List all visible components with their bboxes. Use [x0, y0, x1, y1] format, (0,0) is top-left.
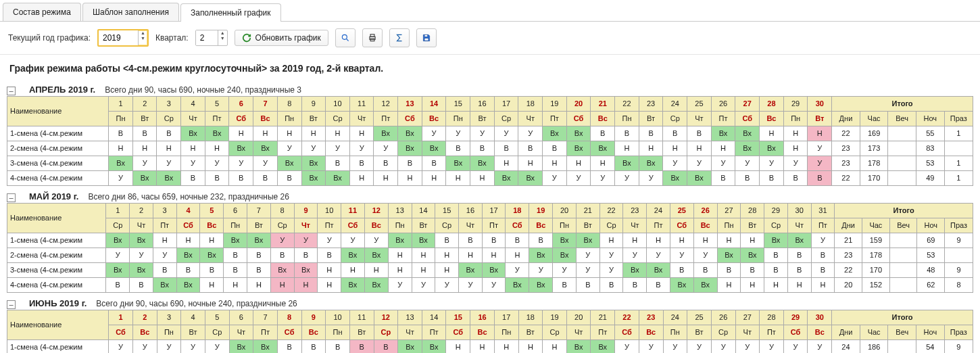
- day-cell[interactable]: В: [294, 248, 318, 263]
- day-cell[interactable]: Н: [663, 141, 687, 156]
- day-cell[interactable]: В: [518, 141, 543, 156]
- day-cell[interactable]: Вх: [341, 278, 364, 293]
- day-cell[interactable]: Н: [639, 141, 663, 156]
- day-cell[interactable]: У: [318, 233, 341, 248]
- day-cell[interactable]: Вх: [711, 126, 735, 141]
- day-cell[interactable]: Вх: [253, 340, 278, 354]
- day-cell[interactable]: У: [783, 156, 808, 171]
- day-cell[interactable]: У: [811, 233, 835, 248]
- day-cell[interactable]: Н: [446, 171, 470, 186]
- day-cell[interactable]: Н: [181, 141, 205, 156]
- day-cell[interactable]: Вх: [106, 263, 130, 278]
- day-cell[interactable]: Вх: [566, 141, 591, 156]
- day-cell[interactable]: В: [623, 278, 647, 293]
- day-cell[interactable]: Вх: [543, 126, 567, 141]
- day-cell[interactable]: В: [553, 278, 577, 293]
- day-cell[interactable]: Н: [687, 141, 712, 156]
- day-cell[interactable]: Вх: [247, 233, 271, 248]
- day-cell[interactable]: Вх: [130, 233, 153, 248]
- day-cell[interactable]: Н: [446, 340, 470, 354]
- day-cell[interactable]: Н: [270, 278, 294, 293]
- day-cell[interactable]: Вх: [787, 233, 811, 248]
- day-cell[interactable]: Вх: [576, 233, 599, 248]
- day-cell[interactable]: Вх: [553, 248, 577, 263]
- day-cell[interactable]: Н: [543, 340, 567, 354]
- day-cell[interactable]: Вх: [341, 248, 364, 263]
- day-cell[interactable]: В: [446, 141, 470, 156]
- day-cell[interactable]: В: [735, 171, 760, 186]
- day-cell[interactable]: Н: [388, 248, 412, 263]
- day-cell[interactable]: В: [576, 278, 599, 293]
- day-cell[interactable]: Вх: [741, 248, 764, 263]
- collapse-toggle[interactable]: [7, 193, 16, 202]
- day-cell[interactable]: У: [181, 156, 205, 171]
- day-cell[interactable]: В: [647, 278, 670, 293]
- print-button[interactable]: [362, 28, 383, 47]
- day-cell[interactable]: Н: [253, 126, 278, 141]
- day-cell[interactable]: У: [326, 141, 350, 156]
- day-cell[interactable]: Вх: [529, 248, 553, 263]
- day-cell[interactable]: Вх: [566, 126, 591, 141]
- day-cell[interactable]: Н: [318, 278, 341, 293]
- day-cell[interactable]: Н: [247, 278, 271, 293]
- day-cell[interactable]: Вх: [229, 340, 253, 354]
- day-cell[interactable]: Вх: [591, 340, 615, 354]
- day-cell[interactable]: У: [130, 248, 153, 263]
- day-cell[interactable]: Вх: [109, 156, 133, 171]
- day-cell[interactable]: Вх: [529, 278, 553, 293]
- day-cell[interactable]: У: [109, 171, 133, 186]
- day-cell[interactable]: У: [529, 263, 553, 278]
- day-cell[interactable]: В: [153, 263, 176, 278]
- day-cell[interactable]: Н: [591, 156, 615, 171]
- day-cell[interactable]: У: [181, 340, 205, 354]
- day-cell[interactable]: Н: [518, 156, 543, 171]
- day-cell[interactable]: У: [599, 248, 623, 263]
- day-cell[interactable]: У: [349, 141, 374, 156]
- day-cell[interactable]: Н: [364, 263, 388, 278]
- day-cell[interactable]: У: [663, 156, 687, 171]
- day-cell[interactable]: В: [181, 171, 205, 186]
- day-cell[interactable]: В: [470, 141, 495, 156]
- day-cell[interactable]: У: [663, 340, 687, 354]
- day-cell[interactable]: В: [591, 126, 615, 141]
- day-cell[interactable]: Н: [435, 263, 459, 278]
- quarter-spinner[interactable]: ▲▼: [195, 30, 228, 46]
- day-cell[interactable]: У: [735, 156, 760, 171]
- day-cell[interactable]: Н: [229, 126, 253, 141]
- day-cell[interactable]: Вх: [364, 248, 388, 263]
- day-cell[interactable]: Вх: [446, 156, 470, 171]
- day-cell[interactable]: Н: [615, 141, 639, 156]
- day-cell[interactable]: В: [670, 263, 693, 278]
- day-cell[interactable]: У: [599, 263, 623, 278]
- day-cell[interactable]: У: [639, 340, 663, 354]
- day-cell[interactable]: У: [615, 171, 639, 186]
- day-cell[interactable]: Н: [783, 141, 808, 156]
- day-cell[interactable]: У: [760, 156, 784, 171]
- day-cell[interactable]: У: [687, 156, 712, 171]
- day-cell[interactable]: Н: [200, 233, 224, 248]
- day-cell[interactable]: Вх: [518, 171, 543, 186]
- day-cell[interactable]: У: [808, 141, 832, 156]
- day-cell[interactable]: Вх: [717, 248, 741, 263]
- day-cell[interactable]: Вх: [470, 156, 495, 171]
- day-cell[interactable]: У: [364, 233, 388, 248]
- preview-button[interactable]: [335, 28, 356, 47]
- day-cell[interactable]: У: [435, 278, 459, 293]
- day-cell[interactable]: У: [553, 263, 577, 278]
- day-cell[interactable]: Вх: [412, 233, 435, 248]
- day-cell[interactable]: У: [543, 171, 567, 186]
- day-cell[interactable]: Вх: [181, 126, 205, 141]
- day-cell[interactable]: У: [157, 340, 181, 354]
- day-cell[interactable]: Вх: [647, 263, 670, 278]
- day-cell[interactable]: Н: [717, 233, 741, 248]
- day-cell[interactable]: В: [435, 233, 459, 248]
- year-spinner[interactable]: ▲▼: [97, 29, 149, 47]
- day-cell[interactable]: У: [253, 156, 278, 171]
- day-cell[interactable]: Вх: [132, 171, 157, 186]
- day-cell[interactable]: Н: [157, 141, 181, 156]
- day-cell[interactable]: Н: [200, 278, 224, 293]
- day-cell[interactable]: Вх: [422, 141, 446, 156]
- day-cell[interactable]: В: [717, 263, 741, 278]
- day-cell[interactable]: Н: [717, 278, 741, 293]
- day-cell[interactable]: У: [301, 141, 326, 156]
